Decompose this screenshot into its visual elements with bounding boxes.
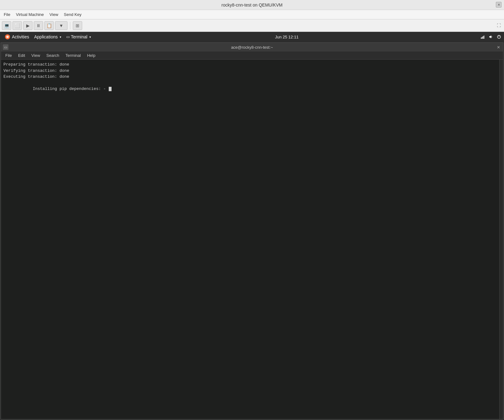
applications-label: Applications xyxy=(34,34,58,39)
svg-marker-5 xyxy=(489,35,491,38)
toolbar-pause-button[interactable]: ⏸ xyxy=(34,21,43,30)
svg-point-0 xyxy=(6,36,9,38)
qemu-menubar: File Virtual Machine View Send Key xyxy=(0,10,504,19)
qemu-menu-sendkey[interactable]: Send Key xyxy=(61,11,84,18)
qemu-toolbar: 💻 ⬜ ▶ ⏸ 📋 ▼ ⊞ ⛶ xyxy=(0,19,504,32)
terminal-titlebar: ▭ ace@rocky8-cnn-test:~ ✕ xyxy=(1,43,503,52)
terminal-applet-label: Terminal xyxy=(71,34,87,39)
terminal-title: ace@rocky8-cnn-test:~ xyxy=(231,45,273,50)
outer-window: rocky8-cnn-test on QEMU/KVM ✕ File Virtu… xyxy=(0,0,504,420)
terminal-line-3: Executing transaction: done xyxy=(3,74,497,80)
qemu-menu-virtualmachine[interactable]: Virtual Machine xyxy=(13,11,46,18)
terminal-close-button[interactable]: ✕ xyxy=(496,44,501,50)
toolbar-play-button[interactable]: ▶ xyxy=(23,21,32,30)
terminal-menubar: File Edit View Search Terminal Help xyxy=(1,52,503,60)
toolbar-fullscreen-icon[interactable]: ⛶ xyxy=(495,22,502,29)
terminal-window: ▭ ace@rocky8-cnn-test:~ ✕ File Edit View… xyxy=(1,42,503,419)
svg-rect-2 xyxy=(482,37,482,39)
toolbar-refresh-button[interactable]: ⬜ xyxy=(12,21,22,30)
gnome-applications-button[interactable]: Applications ▾ xyxy=(32,32,64,42)
terminal-body: Preparing transaction: done Verifying tr… xyxy=(1,60,503,419)
terminal-menu-view[interactable]: View xyxy=(29,52,42,58)
gnome-topbar-right xyxy=(480,34,502,39)
volume-icon[interactable] xyxy=(488,34,493,39)
gnome-activities-button[interactable]: Activities xyxy=(2,32,32,42)
terminal-menu-file[interactable]: File xyxy=(3,52,14,58)
terminal-window-icon: ▭ xyxy=(3,44,8,50)
toolbar-dropdown-button[interactable]: ▼ xyxy=(55,21,67,30)
gnome-topbar: Activities Applications ▾ ▭ Terminal ▾ J… xyxy=(0,32,504,42)
terminal-titlebar-left: ▭ xyxy=(3,44,8,50)
terminal-menu-help[interactable]: Help xyxy=(85,52,98,58)
terminal-line-2: Verifying transaction: done xyxy=(3,68,497,74)
activities-icon xyxy=(5,34,10,39)
guest-os: Activities Applications ▾ ▭ Terminal ▾ J… xyxy=(0,32,504,420)
power-icon[interactable] xyxy=(497,34,502,39)
toolbar-display-button[interactable]: ⊞ xyxy=(73,21,82,30)
terminal-applet-arrow: ▾ xyxy=(89,35,91,39)
svg-rect-4 xyxy=(484,36,484,39)
toolbar-screenshot-button[interactable]: 📋 xyxy=(44,21,54,30)
qemu-menu-file[interactable]: File xyxy=(1,11,13,18)
terminal-applet-icon: ▭ xyxy=(66,35,70,39)
applications-dropdown-arrow: ▾ xyxy=(60,35,61,39)
network-icon[interactable] xyxy=(480,34,485,39)
activities-label: Activities xyxy=(12,34,29,39)
toolbar-separator xyxy=(70,22,70,29)
toolbar-monitor-button[interactable]: 💻 xyxy=(2,21,11,30)
qemu-title: rocky8-cnn-test on QEMU/KVM xyxy=(222,2,282,7)
gnome-terminal-applet[interactable]: ▭ Terminal ▾ xyxy=(64,32,93,42)
qemu-menu-view[interactable]: View xyxy=(47,11,61,18)
terminal-line-4: Installing pip dependencies: - xyxy=(3,80,497,98)
qemu-close-button[interactable]: ✕ xyxy=(496,2,502,7)
terminal-line-1: Preparing transaction: done xyxy=(3,62,497,68)
qemu-titlebar: rocky8-cnn-test on QEMU/KVM ✕ xyxy=(0,0,504,10)
terminal-menu-search[interactable]: Search xyxy=(44,52,62,58)
terminal-menu-edit[interactable]: Edit xyxy=(16,52,27,58)
gnome-datetime[interactable]: Jun 25 12:11 xyxy=(93,35,480,39)
terminal-scrollbar[interactable] xyxy=(499,60,503,419)
svg-rect-3 xyxy=(483,36,483,39)
terminal-content[interactable]: Preparing transaction: done Verifying tr… xyxy=(1,60,499,419)
svg-rect-1 xyxy=(481,37,482,39)
terminal-menu-terminal[interactable]: Terminal xyxy=(63,52,83,58)
terminal-cursor xyxy=(109,87,112,91)
